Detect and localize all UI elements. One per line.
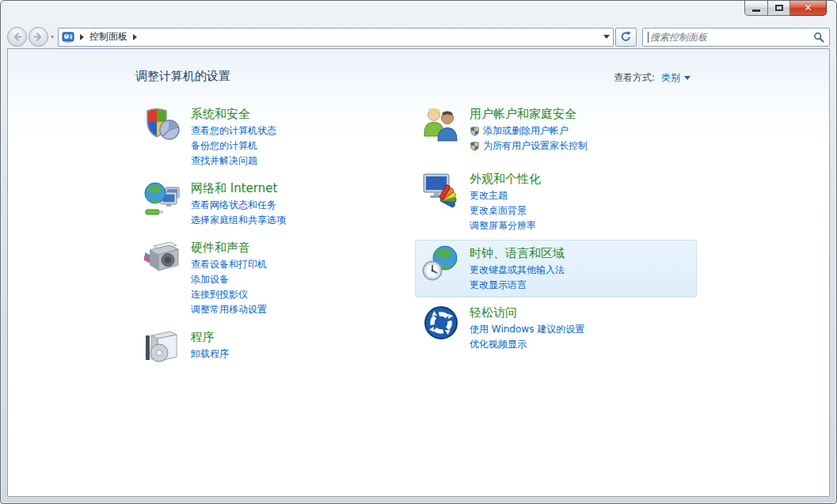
task-link-label: 选择家庭组和共享选项 (191, 213, 286, 228)
breadcrumb-arrow-icon[interactable] (80, 34, 84, 40)
title-bar[interactable]: ✕ (1, 1, 836, 25)
category-text-block: 轻松访问使用 Windows 建议的设置优化视频显示 (470, 304, 584, 352)
network-globe-monitors-icon[interactable] (143, 180, 181, 218)
category-title-link[interactable]: 网络和 Internet (191, 180, 277, 196)
text-caret (648, 32, 649, 43)
task-link[interactable]: 查看您的计算机状态 (191, 123, 276, 138)
task-link-label: 优化视频显示 (470, 337, 527, 352)
task-link[interactable]: 卸载程序 (191, 347, 229, 362)
breadcrumb-control-panel[interactable]: 控制面板 (89, 30, 127, 44)
task-link-label: 更改主题 (470, 188, 508, 203)
uac-shield-icon (470, 141, 480, 151)
search-input[interactable] (650, 32, 813, 43)
task-link-label: 更改键盘或其他输入法 (470, 263, 565, 278)
back-button[interactable] (7, 27, 27, 47)
category-section: 外观和个性化更改主题更改桌面背景调整屏幕分辨率 (415, 165, 697, 238)
view-by-dropdown-icon[interactable] (684, 76, 691, 80)
refresh-button[interactable] (615, 28, 637, 47)
software-box-cd-icon[interactable] (143, 328, 181, 366)
category-text-block: 程序卸载程序 (191, 328, 229, 366)
view-by-label: 查看方式: (614, 71, 655, 85)
task-link[interactable]: 更改桌面背景 (470, 203, 541, 218)
task-link[interactable]: 查看网络状态和任务 (191, 198, 286, 213)
category-title-link[interactable]: 外观和个性化 (470, 171, 541, 187)
category-title-link[interactable]: 用户帐户和家庭安全 (470, 106, 576, 122)
close-icon: ✕ (804, 3, 812, 13)
printer-sound-icon[interactable] (143, 239, 181, 277)
task-link[interactable]: 优化视频显示 (470, 337, 584, 352)
task-link-label: 查看您的计算机状态 (191, 123, 276, 138)
task-link-label: 使用 Windows 建议的设置 (470, 322, 584, 337)
category-title-link[interactable]: 轻松访问 (470, 305, 517, 320)
navigation-bar: ▾ 控制面板 (7, 25, 830, 48)
control-panel-icon (62, 31, 74, 44)
task-link[interactable]: 调整常用移动设置 (191, 302, 267, 317)
address-bar[interactable]: 控制面板 (58, 28, 614, 47)
task-link[interactable]: 备份您的计算机 (191, 138, 276, 153)
task-link[interactable]: 添加设备 (191, 272, 267, 287)
task-link[interactable]: 添加或删除用户帐户 (470, 123, 588, 138)
category-section: 系统和安全查看您的计算机状态备份您的计算机查找并解决问题 (136, 100, 415, 173)
category-section: 程序卸载程序 (136, 324, 415, 371)
control-panel-home: 调整计算机的设置 查看方式: 类别 系统和安全查看您的计算机状态备份您的计算机查… (7, 48, 830, 497)
category-title-link[interactable]: 时钟、语言和区域 (470, 245, 565, 261)
task-link[interactable]: 连接到投影仪 (191, 287, 267, 302)
task-link-label: 添加设备 (191, 272, 229, 287)
category-title-link[interactable]: 系统和安全 (191, 106, 250, 122)
task-link-label: 为所有用户设置家长控制 (483, 138, 588, 153)
task-link[interactable]: 更改键盘或其他输入法 (470, 263, 565, 278)
category-title-link[interactable]: 程序 (191, 329, 215, 345)
task-link[interactable]: 选择家庭组和共享选项 (191, 213, 286, 228)
category-section: 轻松访问使用 Windows 建议的设置优化视频显示 (415, 299, 697, 357)
task-link[interactable]: 查找并解决问题 (191, 153, 276, 169)
task-link-label: 调整常用移动设置 (191, 302, 267, 317)
maximize-button[interactable] (767, 1, 790, 16)
task-link-label: 查看设备和打印机 (191, 257, 267, 272)
task-link-label: 卸载程序 (191, 347, 229, 362)
forward-button[interactable] (29, 27, 48, 47)
category-text-block: 硬件和声音查看设备和打印机添加设备连接到投影仪调整常用移动设置 (191, 239, 267, 317)
task-link-label: 连接到投影仪 (191, 287, 248, 302)
close-button[interactable]: ✕ (790, 1, 827, 16)
task-link-label: 调整屏幕分辨率 (470, 218, 536, 233)
view-by-control: 查看方式: 类别 (614, 71, 691, 85)
minimize-button[interactable] (744, 1, 767, 16)
view-by-value[interactable]: 类别 (661, 71, 680, 85)
category-text-block: 时钟、语言和区域更改键盘或其他输入法更改显示语言 (470, 244, 565, 293)
task-link[interactable]: 查看设备和打印机 (191, 257, 267, 272)
task-link-label: 查看网络状态和任务 (191, 198, 276, 213)
security-shield-pie-icon[interactable] (143, 105, 181, 143)
category-section: 时钟、语言和区域更改键盘或其他输入法更改显示语言 (415, 240, 697, 297)
task-link[interactable]: 更改主题 (470, 188, 541, 203)
task-link-label: 更改显示语言 (470, 278, 527, 293)
category-title-link[interactable]: 硬件和声音 (191, 240, 250, 256)
task-link[interactable]: 更改显示语言 (470, 278, 565, 293)
category-column-right: 用户帐户和家庭安全添加或删除用户帐户为所有用户设置家长控制外观和个性化更改主题更… (415, 100, 697, 358)
category-text-block: 网络和 Internet查看网络状态和任务选择家庭组和共享选项 (191, 180, 286, 228)
page-title: 调整计算机的设置 (135, 69, 230, 84)
task-link-label: 备份您的计算机 (191, 138, 257, 153)
control-panel-window: ✕ ▾ 控制面板 (0, 0, 837, 504)
task-link[interactable]: 使用 Windows 建议的设置 (470, 322, 584, 337)
address-dropdown-icon[interactable] (603, 35, 610, 39)
task-link[interactable]: 为所有用户设置家长控制 (470, 138, 588, 153)
window-controls: ✕ (744, 1, 827, 16)
category-section: 网络和 Internet查看网络状态和任务选择家庭组和共享选项 (136, 175, 415, 233)
category-section: 用户帐户和家庭安全添加或删除用户帐户为所有用户设置家长控制 (415, 100, 697, 158)
breadcrumb-arrow-icon[interactable] (133, 34, 137, 40)
task-link-label: 查找并解决问题 (191, 153, 257, 169)
category-column-left: 系统和安全查看您的计算机状态备份您的计算机查找并解决问题网络和 Internet… (136, 100, 415, 373)
recent-pages-chevron-icon[interactable]: ▾ (51, 33, 54, 40)
maximize-icon (775, 5, 783, 11)
monitor-palette-icon[interactable] (422, 170, 460, 208)
uac-shield-icon (470, 126, 480, 136)
search-box (642, 28, 830, 47)
task-link[interactable]: 调整屏幕分辨率 (470, 218, 541, 233)
category-text-block: 外观和个性化更改主题更改桌面背景调整屏幕分辨率 (470, 170, 541, 233)
globe-clock-icon[interactable] (422, 244, 460, 282)
category-text-block: 系统和安全查看您的计算机状态备份您的计算机查找并解决问题 (191, 105, 276, 169)
category-text-block: 用户帐户和家庭安全添加或删除用户帐户为所有用户设置家长控制 (470, 105, 588, 153)
ease-of-access-icon[interactable] (422, 304, 460, 342)
two-users-icon[interactable] (422, 105, 460, 143)
search-icon[interactable] (813, 32, 824, 43)
